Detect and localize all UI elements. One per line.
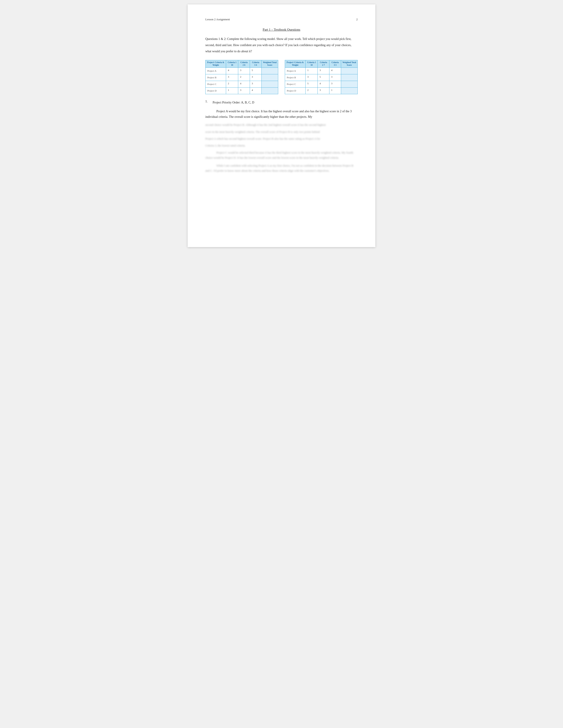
table1-header-c3: Criteria 3 4 — [250, 60, 261, 68]
table-row: Project A134 — [285, 68, 358, 74]
project-label-cell: Project D — [285, 87, 306, 94]
score-cell: 5 — [250, 68, 261, 74]
table1-header-c2: Criteria 2 6 — [238, 60, 250, 68]
project-label-cell: Project B — [285, 74, 306, 81]
score-cell: 3 — [329, 74, 341, 81]
score-cell: 3 — [318, 68, 330, 74]
score-cell: 3 — [329, 81, 341, 87]
answer-number-1: 1. — [205, 100, 211, 105]
table2-header-project: Project\ Criteria & Weight — [285, 60, 306, 68]
score-cell: 3 — [226, 74, 238, 81]
score-cell: 3 — [250, 74, 261, 81]
weighted-score-cell — [341, 81, 358, 87]
score-cell: 3 — [238, 68, 250, 74]
score-cell: 1 — [329, 87, 341, 94]
score-cell: 4 — [238, 81, 250, 87]
table2-header-weighted: Weighted Total Score — [341, 60, 358, 68]
section-title: Part 1 – Textbook Questions — [205, 28, 358, 32]
project-label-cell: Project A — [285, 68, 306, 74]
weighted-score-cell — [261, 81, 278, 87]
score-cell: 3 — [306, 74, 318, 81]
scoring-table-2: Project\ Criteria & Weight Criteria 1 10… — [285, 60, 358, 94]
table2-header-c3: Criteria 3 3 — [329, 60, 341, 68]
score-cell: 1 — [226, 87, 238, 94]
page-header: Lesson 2 Assignment 2 — [205, 18, 358, 21]
table-row: Project B353 — [285, 74, 358, 81]
score-cell: 4 — [250, 87, 261, 94]
table2-header-c2: Criteria 2 7 — [318, 60, 330, 68]
score-cell: 2 — [306, 87, 318, 94]
score-cell: 5 — [306, 81, 318, 87]
scoring-table-1: Project\ Criteria & Weight Criteria 1 10… — [205, 60, 278, 94]
score-cell: 3 — [318, 87, 330, 94]
project-label-cell: Project C — [205, 81, 226, 87]
table-row: Project A435 — [205, 68, 278, 74]
project-label-cell: Project D — [205, 87, 226, 94]
project-label-cell: Project C — [285, 81, 306, 87]
table1-header-project: Project\ Criteria & Weight — [205, 60, 226, 68]
blurred-paragraph-2: Project C would be selected third becaus… — [205, 150, 358, 160]
table2: Project\ Criteria & Weight Criteria 1 10… — [285, 60, 358, 94]
project-label-cell: Project A — [205, 68, 226, 74]
intro-text: Questions 1 & 2: Complete the following … — [205, 36, 358, 54]
tables-container: Project\ Criteria & Weight Criteria 1 10… — [205, 60, 358, 94]
score-cell: 3 — [250, 81, 261, 87]
table-row: Project C243 — [205, 81, 278, 87]
blurred-line-3: Project A which has second highest overa… — [205, 136, 358, 141]
table2-header-c1: Criteria 1 10 — [306, 60, 318, 68]
page-number: 2 — [356, 18, 358, 21]
answer-section: 1. Project Priority Order: A, B, C, D Pr… — [205, 100, 358, 173]
weighted-score-cell — [261, 68, 278, 74]
blurred-paragraph-3: While I am confident with selecting Proj… — [205, 163, 358, 173]
score-cell: 4 — [318, 81, 330, 87]
table1-header-c1: Criteria 1 10 — [226, 60, 238, 68]
blurred-line-2: score in the most heavily weighted crite… — [205, 129, 358, 134]
score-cell: 5 — [318, 74, 330, 81]
table1: Project\ Criteria & Weight Criteria 1 10… — [205, 60, 278, 94]
table-row: Project D134 — [205, 87, 278, 94]
weighted-score-cell — [261, 87, 278, 94]
score-cell: 4 — [329, 68, 341, 74]
table1-header-weighted: Weighted Total Score — [261, 60, 278, 68]
blurred-line-1: second choice would be Project B. Althou… — [205, 122, 358, 127]
project-label-cell: Project B — [205, 74, 226, 81]
weighted-score-cell — [341, 68, 358, 74]
weighted-score-cell — [261, 74, 278, 81]
score-cell: 2 — [238, 74, 250, 81]
paragraph-1: Project A would be my first choice. It h… — [205, 109, 358, 120]
weighted-score-cell — [341, 87, 358, 94]
table-row: Project D231 — [285, 87, 358, 94]
weighted-score-cell — [341, 74, 358, 81]
answer-item-1: 1. Project Priority Order: A, B, C, D — [205, 100, 358, 105]
table-row: Project C543 — [285, 81, 358, 87]
score-cell: 1 — [306, 68, 318, 74]
table-row: Project B323 — [205, 74, 278, 81]
score-cell: 3 — [238, 87, 250, 94]
header-title: Lesson 2 Assignment — [205, 18, 230, 21]
document-page: Lesson 2 Assignment 2 Part 1 – Textbook … — [188, 4, 375, 247]
score-cell: 2 — [226, 81, 238, 87]
blurred-line-4: Criteria 3, the lowest rated criteria. — [205, 143, 358, 148]
answer-label-1: Project Priority Order: A, B, C, D — [212, 100, 358, 105]
score-cell: 4 — [226, 68, 238, 74]
